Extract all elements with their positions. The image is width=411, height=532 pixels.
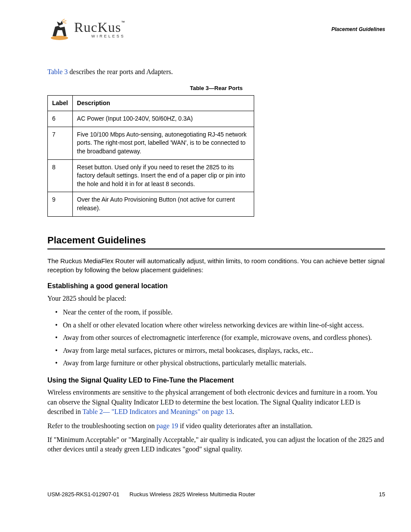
p2-text-a: Refer to the troubleshooting section on <box>47 422 156 429</box>
cell-desc: Five 10/100 Mbps Auto-sensing, autonegot… <box>72 127 254 159</box>
table-intro-line: Table 3 describes the rear ports and Ada… <box>47 67 385 77</box>
col-label: Label <box>48 95 73 111</box>
logo-text: RucKus™ WIRELESS <box>74 20 125 38</box>
ruckus-dog-icon <box>47 17 72 41</box>
logo-word: RucKus <box>74 19 121 35</box>
svg-point-0 <box>51 36 68 40</box>
table-caption: Table 3—Rear Ports <box>47 84 385 92</box>
table-3-link[interactable]: Table 3 <box>47 68 68 75</box>
table-2-link[interactable]: Table 2— "LED Indicators and Meanings" o… <box>82 408 232 415</box>
list-item: Away from other sources of electromagnet… <box>55 333 385 342</box>
list-item: Away from large furniture or other physi… <box>55 358 385 368</box>
page-footer: USM-2825-RKS1-012907-01 Ruckus Wireless … <box>47 491 385 498</box>
list-item: Near the center of the room, if possible… <box>55 308 385 317</box>
page-19-link[interactable]: page 19 <box>156 422 178 429</box>
trademark-symbol: ™ <box>121 20 125 25</box>
cell-label: 7 <box>48 127 73 159</box>
subsection-heading-location: Establishing a good general location <box>47 281 385 291</box>
page-content: Table 3 describes the rear ports and Ada… <box>47 67 385 454</box>
list-item: On a shelf or other elevated location wh… <box>55 320 385 330</box>
brand-logo: RucKus™ WIRELESS <box>47 17 125 41</box>
table-row: 9 Over the Air Auto Provisioning Button … <box>48 192 254 216</box>
table-row: 7 Five 10/100 Mbps Auto-sensing, autoneg… <box>48 127 254 159</box>
footer-left: USM-2825-RKS1-012907-01 Ruckus Wireless … <box>47 491 264 498</box>
p1-text-b: . <box>232 408 234 415</box>
logo-subtitle: WIRELESS <box>91 34 125 38</box>
section-intro-paragraph: The Ruckus MediaFlex Router will automat… <box>47 256 385 274</box>
subsection-heading-signal: Using the Signal Quality LED to Fine-Tun… <box>47 376 385 385</box>
subsection-lead: Your 2825 should be placed: <box>47 294 385 303</box>
cell-label: 6 <box>48 111 73 127</box>
cell-label: 9 <box>48 192 73 216</box>
doc-title: Ruckus Wireless 2825 Wireless Multimedia… <box>130 491 255 498</box>
signal-paragraph-2: Refer to the troubleshooting section on … <box>47 421 385 431</box>
list-item: Away from large metal surfaces, pictures… <box>55 346 385 355</box>
section-heading: Placement Guidelines <box>47 234 385 250</box>
cell-desc: Over the Air Auto Provisioning Button (n… <box>72 192 254 216</box>
table-row: 8 Reset button. Used only if you need to… <box>48 159 254 192</box>
table-header-row: Label Description <box>48 95 254 111</box>
signal-paragraph-3: If "Minimum Acceptable" or "Marginally A… <box>47 435 385 454</box>
page-section-label: Placement Guidelines <box>331 26 385 32</box>
cell-desc: Reset button. Used only if you need to r… <box>72 159 254 192</box>
intro-rest: describes the rear ports and Adapters. <box>68 68 173 75</box>
cell-desc: AC Power (Input 100-240V, 50/60HZ, 0.3A) <box>72 111 254 127</box>
placement-list: Near the center of the room, if possible… <box>47 308 385 368</box>
col-description: Description <box>72 95 254 111</box>
doc-id: USM-2825-RKS1-012907-01 <box>47 491 119 498</box>
page-header: RucKus™ WIRELESS Placement Guidelines <box>47 17 385 41</box>
table-row: 6 AC Power (Input 100-240V, 50/60HZ, 0.3… <box>48 111 254 127</box>
p2-text-b: if video quality deteriorates after an i… <box>178 422 312 429</box>
signal-paragraph-1: Wireless environments are sensitive to t… <box>47 388 385 417</box>
cell-label: 8 <box>48 159 73 192</box>
page-number: 15 <box>379 491 385 498</box>
rear-ports-table: Label Description 6 AC Power (Input 100-… <box>47 95 254 217</box>
